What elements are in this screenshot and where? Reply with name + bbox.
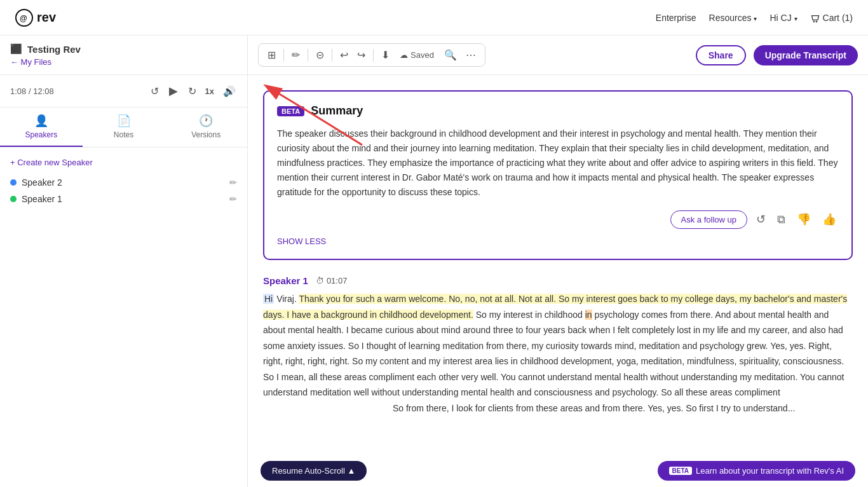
divider-4 <box>373 49 374 62</box>
transcript-time: ⏱ 01:07 <box>316 276 348 285</box>
svg-point-3 <box>816 21 817 22</box>
search-button[interactable]: 🔍 <box>440 46 461 64</box>
speaker-2-info: Speaker 2 <box>10 177 62 188</box>
add-button[interactable]: ⊞ <box>264 46 280 64</box>
tab-speakers[interactable]: 👤 Speakers <box>0 107 83 147</box>
create-speaker-button[interactable]: + Create new Speaker <box>10 158 237 167</box>
beta-badge: BETA <box>277 106 304 116</box>
toolbar: ⊞ ✏ ⊝ ↩ ↪ ⬇ ☁ Saved 🔍 ⋯ Share Upgrade T <box>248 36 868 75</box>
download-button[interactable]: ⬇ <box>377 46 393 64</box>
sidebar-tabs: 👤 Speakers 📄 Notes 🕐 Versions <box>0 107 247 147</box>
user-dropdown-arrow: ▾ <box>794 15 797 22</box>
nav-hi-user[interactable]: Hi CJ ▾ <box>770 13 797 23</box>
nav-resources[interactable]: Resources ▾ <box>709 13 757 23</box>
divider-2 <box>308 49 308 62</box>
divider-3 <box>332 49 332 62</box>
sidebar-title: ⬛ Testing Rev <box>10 43 237 55</box>
summary-box: BETA Summary The speaker discusses their… <box>263 90 853 260</box>
speaker-section: Speaker 1 ⏱ 01:07 Hi Viraj. Thank you fo… <box>263 275 853 416</box>
summary-title: Summary <box>311 104 363 118</box>
speaker-item: Speaker 1 ✏ <box>10 194 237 204</box>
speaker-item: Speaker 2 ✏ <box>10 177 237 188</box>
tab-versions[interactable]: 🕐 Versions <box>165 107 247 147</box>
undo-button[interactable]: ↩ <box>336 46 352 64</box>
sidebar-header: ⬛ Testing Rev ← My Files <box>0 36 247 75</box>
ask-follow-up-button[interactable]: Ask a follow up <box>670 210 747 229</box>
copy-button[interactable]: ⧉ <box>775 210 788 229</box>
my-files-link[interactable]: ← My Files <box>10 57 237 67</box>
summary-text: The speaker discusses their background i… <box>277 127 839 200</box>
more-button[interactable]: ⋯ <box>462 46 480 64</box>
play-button[interactable]: ▶ <box>168 83 179 99</box>
resume-auto-scroll-button[interactable]: Resume Auto-Scroll ▲ <box>261 461 367 481</box>
strikethrough-button[interactable]: ⊝ <box>312 46 328 64</box>
thumbs-down-button[interactable]: 👎 <box>794 210 813 229</box>
speaker-2-dot <box>10 179 17 186</box>
divider-1 <box>283 49 284 62</box>
cloud-icon: ☁ <box>400 50 408 60</box>
speaker-2-edit[interactable]: ✏ <box>229 177 237 188</box>
upgrade-button[interactable]: Upgrade Transcript <box>754 45 858 65</box>
word-hi: Hi <box>263 294 274 304</box>
regenerate-button[interactable]: ↺ <box>754 210 768 229</box>
nav-enterprise[interactable]: Enterprise <box>656 13 696 23</box>
learn-ai-label: Learn about your transcript with Rev's A… <box>696 466 844 476</box>
content-area: ⊞ ✏ ⊝ ↩ ↪ ⬇ ☁ Saved 🔍 ⋯ Share Upgrade T <box>248 36 868 487</box>
tab-notes[interactable]: 📄 Notes <box>83 107 165 147</box>
learn-ai-button[interactable]: BETA Learn about your transcript with Re… <box>658 461 855 481</box>
thumbs-up-button[interactable]: 👍 <box>820 210 839 229</box>
toolbar-right: Share Upgrade Transcript <box>696 45 858 65</box>
speaker-label-row: Speaker 1 ⏱ 01:07 <box>263 275 853 286</box>
speaker-1-info: Speaker 1 <box>10 194 62 204</box>
audio-player: 1:08 / 12:08 ↺ ▶ ↻ 1x 🔊 <box>0 75 247 107</box>
redo-button[interactable]: ↪ <box>353 46 369 64</box>
time-display: 1:08 / 12:08 <box>10 86 54 96</box>
logo[interactable]: @ rev <box>15 9 56 27</box>
nav-cart[interactable]: Cart (1) <box>810 13 853 23</box>
rev-logo-icon: @ <box>15 9 33 27</box>
highlight-button[interactable]: ✏ <box>288 46 304 64</box>
volume-button[interactable]: 🔊 <box>222 84 237 99</box>
learn-ai-beta-badge: BETA <box>669 467 692 475</box>
highlight-orange-1: in <box>585 310 592 320</box>
speed-button[interactable]: 1x <box>205 86 214 96</box>
versions-icon: 🕐 <box>199 114 213 128</box>
logo-text: rev <box>37 10 56 25</box>
speakers-icon: 👤 <box>34 114 48 128</box>
player-controls: ↺ ▶ ↻ 1x 🔊 <box>149 83 237 99</box>
toolbar-tools: ⊞ ✏ ⊝ ↩ ↪ ⬇ ☁ Saved 🔍 ⋯ <box>258 43 485 67</box>
transcript-area: BETA Summary The speaker discusses their… <box>248 75 868 487</box>
svg-point-2 <box>813 21 814 22</box>
show-less-button[interactable]: SHOW LESS <box>277 237 326 246</box>
summary-header: BETA Summary <box>277 104 839 118</box>
clock-icon: ⏱ <box>316 276 324 285</box>
notes-icon: 📄 <box>117 114 131 128</box>
document-icon: ⬛ <box>10 43 22 55</box>
forward-button[interactable]: ↻ <box>187 84 198 99</box>
transcript-text: Hi Viraj. Thank you for such a warm welc… <box>263 291 853 416</box>
cart-icon <box>810 13 820 23</box>
summary-actions: Ask a follow up ↺ ⧉ 👎 👍 <box>277 210 839 229</box>
speaker-1-edit[interactable]: ✏ <box>229 194 237 204</box>
rewind-button[interactable]: ↺ <box>149 84 160 99</box>
speakers-section: + Create new Speaker Speaker 2 ✏ Speaker… <box>0 147 247 487</box>
speaker-1-dot <box>10 196 17 202</box>
share-button[interactable]: Share <box>696 45 746 65</box>
transcript-speaker-name: Speaker 1 <box>263 275 308 286</box>
main-layout: ⬛ Testing Rev ← My Files 1:08 / 12:08 ↺ … <box>0 36 868 487</box>
header: @ rev Enterprise Resources ▾ Hi CJ ▾ Car… <box>0 0 868 36</box>
resources-dropdown-arrow: ▾ <box>754 15 757 22</box>
saved-indicator: ☁ Saved <box>395 50 439 60</box>
sidebar: ⬛ Testing Rev ← My Files 1:08 / 12:08 ↺ … <box>0 36 248 487</box>
header-nav: Enterprise Resources ▾ Hi CJ ▾ Cart (1) <box>656 13 853 23</box>
svg-text:@: @ <box>20 14 27 23</box>
